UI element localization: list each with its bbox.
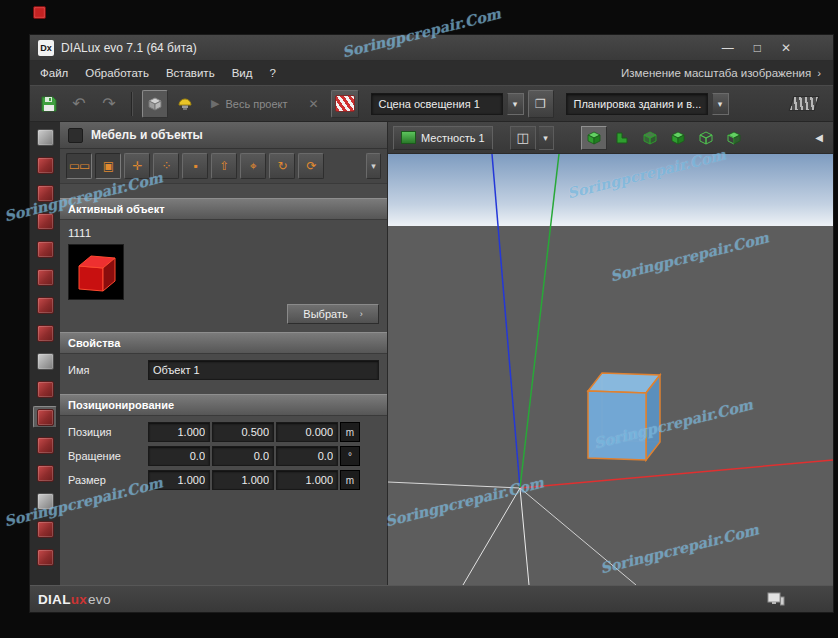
sketch-tool-button[interactable] [787,90,821,118]
panel-tool-8-button[interactable]: ↻ [269,153,295,179]
name-input[interactable] [148,360,379,380]
panel-tool-2-button[interactable]: ▣ [95,153,121,179]
panel-tool-5-button[interactable]: ▪ [182,153,208,179]
left-tool-3[interactable] [33,182,57,204]
left-tool-13[interactable] [33,462,57,484]
menu-item-help[interactable]: ? [269,67,275,79]
redo-button[interactable]: ↷ [96,90,122,118]
left-tool-9[interactable] [33,350,57,372]
light-scene-dropdown-arrow[interactable]: ▾ [507,93,524,115]
scene-manager-button[interactable]: ❐ [528,90,554,118]
chevron-left-icon: ◀ [815,132,823,143]
size-z-input[interactable] [276,470,338,490]
size-unit: m [340,470,360,490]
position-z-input[interactable] [276,422,338,442]
left-tool-1[interactable] [33,126,57,148]
left-tool-furniture[interactable] [33,406,57,428]
undo-icon: ↶ [72,94,85,113]
furniture-tool-icon [37,409,54,426]
light-tool-button[interactable] [172,90,198,118]
panel-tool-1-button[interactable]: ▭▭ [66,153,92,179]
left-tool-7[interactable] [33,294,57,316]
window-copy-icon: ❐ [535,98,546,110]
menu-item-file[interactable]: Файл [40,67,68,79]
view-preset-2-button[interactable] [609,126,635,150]
panel-tools-more-button[interactable]: ▾ [366,153,381,179]
left-tool-2[interactable] [33,154,57,176]
panel-tool-4-button[interactable]: ⁘ [153,153,179,179]
undo-button[interactable]: ↶ [66,90,92,118]
view-preset-5-button[interactable] [693,126,719,150]
target-icon: ⌖ [250,160,256,172]
view-preset-1-button[interactable] [581,126,607,150]
terrain-button[interactable]: Местность 1 [393,126,493,150]
array-icon: ⁘ [161,160,170,172]
size-y-input[interactable] [212,470,274,490]
panel-tool-6-button[interactable]: ⇧ [211,153,237,179]
select-row: Выбрать › [68,304,379,324]
rotation-x-input[interactable] [148,446,210,466]
select-button-label: Выбрать [303,308,347,320]
close-button[interactable]: ✕ [781,41,791,55]
left-tool-5[interactable] [33,238,57,260]
left-tool-10[interactable] [33,378,57,400]
panel-tool-2-icon: ▣ [103,160,113,172]
view-preset-3-button[interactable] [637,126,663,150]
left-tool-15[interactable] [33,518,57,540]
maximize-button[interactable]: □ [754,41,761,55]
light-scene-select[interactable]: Сцена освещения 1 [371,93,503,115]
position-row: Позиция m [68,422,379,442]
menu-item-view[interactable]: Вид [232,67,253,79]
save-button[interactable] [36,90,62,118]
menu-item-insert[interactable]: Вставить [166,67,215,79]
left-tool-14[interactable] [33,490,57,512]
left-tool-5-icon [37,241,54,258]
rotation-z-input[interactable] [276,446,338,466]
object-thumbnail[interactable] [68,244,124,300]
news-icon [335,95,355,112]
view-layout-dropdown-arrow[interactable]: ▾ [539,126,554,150]
positioning-header: Позиционирование [60,394,387,416]
display-icon [767,592,785,606]
view-preset-4-button[interactable] [665,126,691,150]
brand-logo: DIALuxevo [38,592,111,607]
rotation-y-input[interactable] [212,446,274,466]
left-tool-16[interactable] [33,546,57,568]
menu-item-edit[interactable]: Обработать [85,67,149,79]
planning-mode-select[interactable]: Планировка здания и в... [566,93,708,115]
eraser-icon [789,96,820,111]
collapse-panel-button[interactable]: ◀ [810,127,828,149]
left-tool-8[interactable] [33,322,57,344]
lamp-icon [176,95,194,113]
scene-3d[interactable] [388,154,833,585]
view-layout-button[interactable]: ◫ [510,126,536,150]
red-marker-icon [33,6,46,19]
cube-outline-icon [642,130,658,146]
construction-tool-button[interactable] [142,90,168,118]
left-tool-6[interactable] [33,266,57,288]
planning-mode-dropdown-arrow[interactable]: ▾ [712,93,729,115]
left-tool-12[interactable] [33,434,57,456]
size-x-input[interactable] [148,470,210,490]
main-region: Мебель и объекты ▭▭ ▣ ✛ ⁘ ▪ ⇧ ⌖ ↻ ⟳ ▾ Ак… [30,122,833,585]
news-button[interactable] [331,90,359,118]
scene-cube[interactable] [588,373,660,460]
panel-tool-9-button[interactable]: ⟳ [298,153,324,179]
select-object-button[interactable]: Выбрать › [287,304,379,324]
minimize-button[interactable]: — [722,41,734,55]
split-view-icon: ◫ [516,130,528,145]
panel-tool-7-button[interactable]: ⌖ [240,153,266,179]
view-preset-6-button[interactable] [721,126,747,150]
left-toolbar [30,122,60,585]
save-icon [40,95,58,113]
position-label: Позиция [68,426,148,438]
panel-tool-3-button[interactable]: ✛ [124,153,150,179]
chevron-right-icon[interactable]: › [817,67,821,79]
position-x-input[interactable] [148,422,210,442]
position-y-input[interactable] [212,422,274,442]
chevron-down-icon: ▾ [543,133,548,143]
calculate-project-button[interactable]: ▶ Весь проект [202,90,297,118]
toolbar-separator [131,92,133,116]
left-tool-4[interactable] [33,210,57,232]
cancel-calculation-button[interactable]: ✕ [301,90,327,118]
